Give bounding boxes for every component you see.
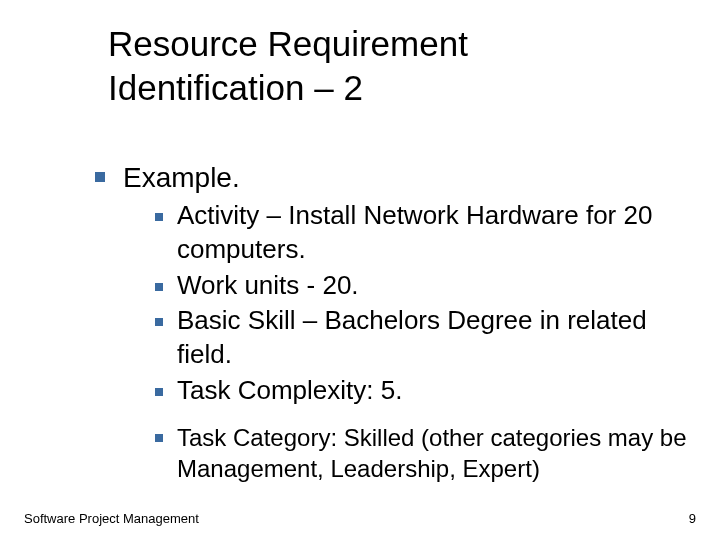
list-item-text: Example. xyxy=(123,160,240,195)
square-bullet-icon xyxy=(155,213,163,221)
list-item: Task Complexity: 5. xyxy=(155,374,695,408)
square-bullet-icon xyxy=(155,434,163,442)
list-item: Task Category: Skilled (other categories… xyxy=(155,422,695,484)
list-item-text: Task Complexity: 5. xyxy=(177,374,402,408)
square-bullet-icon xyxy=(155,318,163,326)
list-item-text: Work units - 20. xyxy=(177,269,359,303)
list-item-text: Activity – Install Network Hardware for … xyxy=(177,199,695,267)
slide-body: Example. Activity – Install Network Hard… xyxy=(95,160,695,486)
square-bullet-icon xyxy=(95,172,105,182)
slide: Resource Requirement Identification – 2 … xyxy=(0,0,720,540)
list-item: Basic Skill – Bachelors Degree in relate… xyxy=(155,304,695,372)
list-item-text: Task Category: Skilled (other categories… xyxy=(177,422,695,484)
sublist: Activity – Install Network Hardware for … xyxy=(155,199,695,484)
page-number: 9 xyxy=(689,511,696,526)
list-item-text: Basic Skill – Bachelors Degree in relate… xyxy=(177,304,695,372)
square-bullet-icon xyxy=(155,283,163,291)
list-item: Activity – Install Network Hardware for … xyxy=(155,199,695,267)
square-bullet-icon xyxy=(155,388,163,396)
footer-text: Software Project Management xyxy=(24,511,199,526)
slide-title: Resource Requirement Identification – 2 xyxy=(108,22,668,110)
list-item: Work units - 20. xyxy=(155,269,695,303)
list-item: Example. xyxy=(95,160,695,195)
